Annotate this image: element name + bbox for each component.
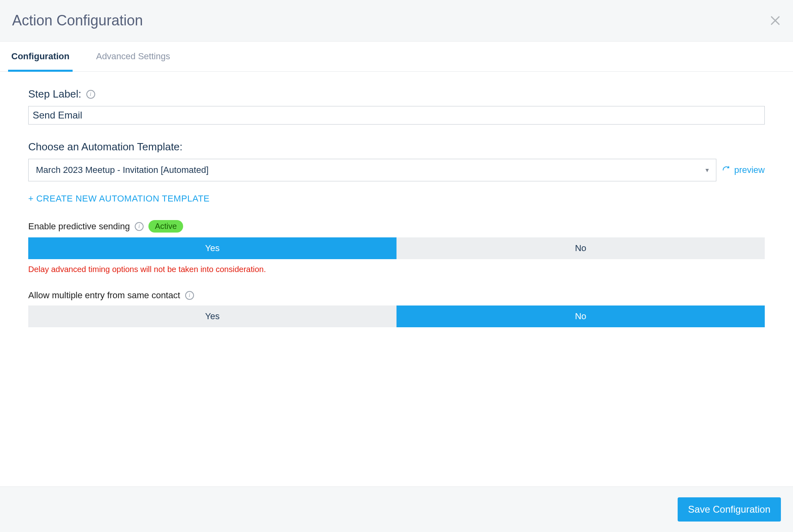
predictive-label: Enable predictive sending: [28, 221, 130, 232]
preview-link[interactable]: preview: [722, 165, 765, 175]
action-configuration-modal: Action Configuration Configuration Advan…: [0, 0, 793, 532]
create-template-link[interactable]: + CREATE NEW AUTOMATION TEMPLATE: [28, 193, 210, 204]
modal-footer: Save Configuration: [0, 486, 793, 532]
predictive-section: Enable predictive sending i Active Yes N…: [28, 220, 765, 274]
multiple-entry-toggle: Yes No: [28, 305, 765, 327]
tab-configuration[interactable]: Configuration: [8, 42, 73, 72]
save-button[interactable]: Save Configuration: [678, 497, 781, 522]
template-select[interactable]: March 2023 Meetup - Invitation [Automate…: [28, 159, 716, 181]
template-select-wrapper: March 2023 Meetup - Invitation [Automate…: [28, 159, 716, 181]
predictive-toggle: Yes No: [28, 237, 765, 259]
predictive-no-button[interactable]: No: [396, 237, 765, 259]
step-label-section: Step Label: i: [28, 88, 765, 125]
info-icon[interactable]: i: [135, 222, 144, 231]
multiple-entry-no-button[interactable]: No: [396, 305, 765, 327]
multiple-entry-label: Allow multiple entry from same contact: [28, 290, 180, 301]
template-label: Choose an Automation Template:: [28, 141, 183, 153]
tab-advanced-settings[interactable]: Advanced Settings: [93, 42, 173, 72]
status-badge: Active: [148, 220, 183, 233]
preview-label: preview: [734, 165, 765, 175]
info-icon[interactable]: i: [86, 90, 95, 99]
step-label-input[interactable]: [28, 106, 765, 125]
multiple-entry-yes-button[interactable]: Yes: [28, 305, 396, 327]
refresh-icon: [722, 166, 731, 175]
info-icon[interactable]: i: [185, 291, 194, 300]
tabs: Configuration Advanced Settings: [0, 42, 793, 72]
template-section: Choose an Automation Template: March 202…: [28, 141, 765, 204]
modal-title: Action Configuration: [12, 12, 143, 29]
predictive-warning: Delay advanced timing options will not b…: [28, 265, 765, 274]
multiple-entry-section: Allow multiple entry from same contact i…: [28, 290, 765, 327]
step-label-label: Step Label:: [28, 88, 81, 100]
predictive-yes-button[interactable]: Yes: [28, 237, 396, 259]
close-icon[interactable]: [770, 15, 781, 26]
modal-body: Step Label: i Choose an Automation Templ…: [0, 72, 793, 486]
modal-header: Action Configuration: [0, 0, 793, 42]
